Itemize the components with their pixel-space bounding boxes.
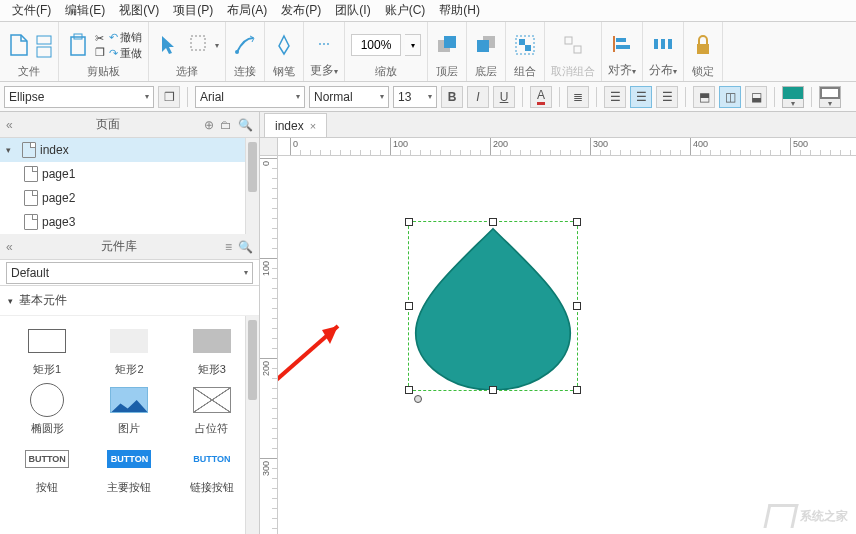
resize-handle-tr[interactable]	[573, 218, 581, 226]
resize-handle-bm[interactable]	[489, 386, 497, 394]
menu-project[interactable]: 项目(P)	[167, 0, 219, 21]
zoom-dropdown[interactable]: ▾	[405, 34, 421, 56]
save-icon[interactable]	[36, 46, 52, 58]
lib-item-ellipse[interactable]: 椭圆形	[8, 385, 86, 436]
tree-expand-icon[interactable]: ▾	[6, 145, 18, 155]
pages-scrollbar[interactable]	[245, 138, 259, 234]
page-row-page2[interactable]: page2	[0, 186, 259, 210]
collapse-icon[interactable]: «	[6, 118, 13, 132]
library-scrollbar[interactable]	[245, 316, 259, 534]
resize-handle-tm[interactable]	[489, 218, 497, 226]
library-set-combo[interactable]: Default▾	[0, 260, 259, 286]
lock-icon[interactable]	[690, 32, 716, 58]
library-menu-icon[interactable]: ≡	[225, 240, 232, 254]
svg-rect-12	[525, 45, 531, 51]
bullet-list-button[interactable]: ≣	[567, 86, 589, 108]
menu-view[interactable]: 视图(V)	[113, 0, 165, 21]
select-area-icon[interactable]	[185, 32, 211, 58]
underline-button[interactable]: U	[493, 86, 515, 108]
resize-handle-ml[interactable]	[405, 302, 413, 310]
send-back-icon[interactable]	[473, 32, 499, 58]
new-file-icon[interactable]	[6, 32, 32, 58]
lib-item-rect3[interactable]: 矩形3	[173, 326, 251, 377]
italic-button[interactable]: I	[467, 86, 489, 108]
page-row-page1[interactable]: page1	[0, 162, 259, 186]
pen-icon[interactable]	[271, 32, 297, 58]
page-label: page2	[42, 191, 75, 205]
valign-bottom-button[interactable]: ⬓	[745, 86, 767, 108]
menu-account[interactable]: 账户(C)	[379, 0, 432, 21]
connect-icon[interactable]	[232, 32, 258, 58]
copy-icon[interactable]: ❐	[95, 46, 105, 59]
resize-handle-br[interactable]	[573, 386, 581, 394]
canvas-tab-index[interactable]: index ×	[264, 113, 327, 137]
cut-icon[interactable]: ✂	[95, 32, 105, 45]
select-dropdown-icon[interactable]: ▾	[215, 41, 219, 50]
lib-item-rect2[interactable]: 矩形2	[90, 326, 168, 377]
resize-handle-mr[interactable]	[573, 302, 581, 310]
group-icon[interactable]	[512, 32, 538, 58]
collapse-icon[interactable]: «	[6, 240, 13, 254]
toolgroup-back: 底层	[467, 22, 506, 81]
lib-item-primary-button[interactable]: BUTTON主要按钮	[90, 444, 168, 495]
shape-type-combo[interactable]: Ellipse▾	[4, 86, 154, 108]
valign-top-button[interactable]: ⬒	[693, 86, 715, 108]
toolgroup-ungroup-label: 取消组合	[551, 64, 595, 79]
valign-middle-button[interactable]: ◫	[719, 86, 741, 108]
ungroup-icon[interactable]	[560, 32, 586, 58]
lib-item-rect1[interactable]: 矩形1	[8, 326, 86, 377]
zoom-input[interactable]	[351, 34, 401, 56]
add-folder-icon[interactable]: 🗀	[220, 118, 232, 132]
toolgroup-front: 顶层	[428, 22, 467, 81]
align-icon[interactable]	[609, 31, 635, 57]
page-row-page3[interactable]: page3	[0, 210, 259, 234]
align-right-button[interactable]: ☰	[656, 86, 678, 108]
bring-front-icon[interactable]	[434, 32, 460, 58]
close-tab-icon[interactable]: ×	[310, 120, 316, 132]
distribute-icon[interactable]	[650, 31, 676, 57]
toolgroup-connect: 连接	[226, 22, 265, 81]
toolgroup-lock-label: 锁定	[692, 64, 714, 79]
undo-button[interactable]: ↶ 撤销	[109, 30, 142, 45]
ruler-vertical[interactable]: 0100200300400500	[260, 156, 278, 534]
selection-box[interactable]	[408, 221, 578, 391]
resize-handle-tl[interactable]	[405, 218, 413, 226]
canvas[interactable]	[278, 156, 856, 534]
menu-file[interactable]: 文件(F)	[6, 0, 57, 21]
lib-item-placeholder[interactable]: 占位符	[173, 385, 251, 436]
search-pages-icon[interactable]: 🔍	[238, 118, 253, 132]
lib-item-link-button[interactable]: BUTTON链接按钮	[173, 444, 251, 495]
paste-icon[interactable]	[65, 32, 91, 58]
menu-edit[interactable]: 编辑(E)	[59, 0, 111, 21]
menu-help[interactable]: 帮助(H)	[433, 0, 486, 21]
add-page-icon[interactable]: ⊕	[204, 118, 214, 132]
svg-rect-16	[616, 38, 626, 42]
search-library-icon[interactable]: 🔍	[238, 240, 253, 254]
resize-handle-bl[interactable]	[405, 386, 413, 394]
open-icon[interactable]	[36, 33, 52, 45]
menu-publish[interactable]: 发布(P)	[275, 0, 327, 21]
droplet-shape[interactable]	[409, 222, 577, 390]
lib-item-button[interactable]: BUTTON按钮	[8, 444, 86, 495]
lib-item-image[interactable]: 图片	[90, 385, 168, 436]
page-row-index[interactable]: ▾ index	[0, 138, 259, 162]
font-color-button[interactable]: A	[530, 86, 552, 108]
origin-marker[interactable]	[414, 395, 422, 403]
font-family-combo[interactable]: Arial▾	[195, 86, 305, 108]
copy-style-icon[interactable]: ❐	[158, 86, 180, 108]
toolgroup-connect-label: 连接	[234, 64, 256, 79]
library-section-basic[interactable]: ▾ 基本元件	[0, 286, 259, 316]
font-size-combo[interactable]: 13▾	[393, 86, 437, 108]
font-weight-combo[interactable]: Normal▾	[309, 86, 389, 108]
select-tool-icon[interactable]	[155, 32, 181, 58]
redo-button[interactable]: ↷ 重做	[109, 46, 142, 61]
align-left-button[interactable]: ☰	[604, 86, 626, 108]
line-color-button[interactable]: ▾	[819, 86, 841, 108]
menu-team[interactable]: 团队(I)	[329, 0, 376, 21]
align-center-button[interactable]: ☰	[630, 86, 652, 108]
menu-layout[interactable]: 布局(A)	[221, 0, 273, 21]
ruler-horizontal[interactable]: 0100200300400500	[278, 138, 856, 156]
fill-color-button[interactable]: ▾	[782, 86, 804, 108]
more-icon[interactable]: ⋯	[311, 31, 337, 57]
bold-button[interactable]: B	[441, 86, 463, 108]
